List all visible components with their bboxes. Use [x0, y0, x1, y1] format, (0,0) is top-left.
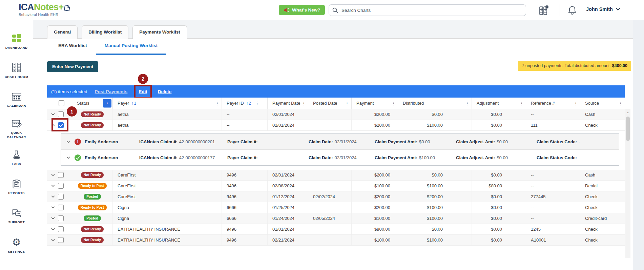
tab-payments-worklist[interactable]: Payments Worklist	[132, 25, 187, 39]
subtab-manual-posting-worklist[interactable]: Manual Posting Worklist	[96, 39, 167, 55]
row-checkbox[interactable]	[58, 183, 64, 189]
sidebar-item-settings[interactable]: ⚙ SETTINGS	[0, 231, 33, 260]
column-menu-icon[interactable]	[519, 101, 523, 106]
row-checkbox[interactable]	[58, 205, 64, 210]
delete-link[interactable]: Delete	[158, 89, 172, 94]
row-checkbox[interactable]	[58, 237, 64, 243]
tab-general[interactable]: General	[47, 25, 78, 39]
cell-distributed: $100.00	[398, 235, 472, 245]
sidebar-item-reports[interactable]: REPORTS	[0, 173, 33, 202]
header-payer-id[interactable]: Payer ID2	[222, 98, 268, 109]
scrollbar-thumb[interactable]	[626, 117, 630, 141]
whats-new-button[interactable]: What's New?	[279, 5, 325, 15]
tab-billing-worklist[interactable]: Billing Worklist	[82, 25, 128, 39]
scroll-up-arrow-icon[interactable]: ▲	[625, 109, 630, 114]
header-posted-date[interactable]: Posted Date	[308, 98, 352, 109]
table-row[interactable]: Not Ready EXTRA HEALTHY INSURANCE 9496 0…	[47, 235, 625, 246]
cell-reference: --	[526, 170, 580, 180]
subtab-era-worklist[interactable]: ERA Worklist	[49, 39, 96, 55]
claim-expand-chevron[interactable]	[66, 157, 70, 159]
edit-link[interactable]: Edit	[139, 89, 147, 94]
user-menu[interactable]: John Smith	[586, 6, 620, 12]
row-checkbox[interactable]	[58, 226, 64, 232]
notifications-bell-icon[interactable]	[568, 5, 577, 15]
select-all-checkbox[interactable]	[59, 100, 64, 106]
cell-distributed: $0.00	[398, 109, 472, 120]
column-menu-icon[interactable]	[215, 101, 219, 106]
status-badge: Posted	[84, 194, 101, 200]
header-payment-date[interactable]: Payment Date	[268, 98, 308, 109]
sidebar-item-quick-calendar[interactable]: QUICK CALENDAR	[0, 115, 33, 144]
table-row-selected[interactable]: Not Ready aetna -- 02/01/2024 $200.00 $1…	[47, 120, 625, 131]
table-scrollbar[interactable]: ▲	[625, 109, 630, 258]
cell-payment-date: 02/01/2024	[268, 120, 308, 130]
sidebar-item-dashboard[interactable]: DASHBOARD	[0, 27, 33, 56]
row-expand-chevron[interactable]	[51, 113, 55, 116]
header-reference[interactable]: Reference #	[526, 98, 580, 109]
sidebar-item-calendar[interactable]: CALENDAR	[0, 85, 33, 115]
chart-room-quick-icon[interactable]	[539, 5, 549, 16]
table-row[interactable]: Ready to Post CareFirst 9496 02/08/2024 …	[47, 181, 625, 191]
row-expand-chevron[interactable]	[51, 228, 55, 230]
annotation-box-checkbox	[51, 118, 68, 131]
claim-date-label: Claim Date:	[309, 139, 333, 144]
header-status[interactable]: Status	[72, 98, 113, 109]
claim-number-value: 42-000000000201	[179, 139, 215, 144]
column-menu-icon[interactable]	[255, 101, 259, 106]
column-menu-icon[interactable]	[345, 101, 349, 106]
cell-payer-id: --	[222, 109, 268, 120]
table-row[interactable]: Not Ready aetna -- 02/01/2024 $200.00 $0…	[47, 109, 625, 120]
table-row[interactable]: Not Ready CareFirst 9496 02/01/2024 $200…	[47, 170, 625, 181]
status-badge: Not Ready	[81, 111, 104, 117]
cell-source: Check	[580, 120, 625, 130]
row-expand-chevron[interactable]	[51, 206, 55, 209]
flask-icon	[12, 150, 21, 160]
row-expand-chevron[interactable]	[51, 174, 55, 176]
sidebar-item-support[interactable]: SUPPORT	[0, 202, 33, 231]
status-badge: Ready to Post	[78, 183, 107, 189]
header-payer[interactable]: Payer1	[113, 98, 222, 109]
header-payment[interactable]: Payment	[352, 98, 398, 109]
row-checkbox[interactable]	[58, 215, 64, 221]
claim-adjust-value: $0.00	[497, 155, 508, 160]
sidebar-item-chart-room[interactable]: CHART ROOM	[0, 56, 33, 85]
search-icon	[332, 7, 338, 13]
row-checkbox[interactable]	[58, 172, 64, 178]
cell-distributed: $100.00	[398, 120, 472, 130]
table-row[interactable]: Posted CareFirst 9496 01/12/2024 02/02/2…	[47, 191, 625, 202]
table-row[interactable]: Posted Cigna 6666 01/24/2024 02/05/2024 …	[47, 213, 625, 224]
row-expand-chevron[interactable]	[51, 195, 55, 198]
table-row[interactable]: Not Ready EXTRA HEALTHY INSURANCE 9496 0…	[47, 224, 625, 235]
cell-adjustment: $0.00	[472, 170, 526, 180]
header-adjustment[interactable]: Adjustment	[472, 98, 526, 109]
column-menu-icon[interactable]	[465, 101, 469, 106]
claim-expand-chevron[interactable]	[66, 141, 70, 143]
header-distributed[interactable]: Distributed	[398, 98, 472, 109]
row-expand-chevron[interactable]	[51, 185, 55, 187]
row-checkbox[interactable]	[58, 111, 64, 117]
column-menu-icon[interactable]	[391, 101, 395, 106]
sidebar-item-labs[interactable]: LABS	[0, 144, 33, 173]
row-expand-chevron[interactable]	[51, 239, 55, 241]
column-menu-icon[interactable]	[574, 101, 578, 106]
logo-text-notes: Notes	[34, 2, 59, 12]
claim-status-code-value: -	[579, 155, 580, 160]
cell-payer: CareFirst	[113, 170, 222, 180]
claim-status-code-value: -	[579, 139, 580, 144]
sort-asc-icon[interactable]: 1	[131, 101, 136, 106]
row-expand-chevron[interactable]	[51, 217, 55, 220]
table-row[interactable]: Ready to Post Cigna 6666 01/25/2024 $200…	[47, 202, 625, 213]
cell-distributed: $0.00	[398, 170, 472, 180]
cell-reference: --	[526, 202, 580, 213]
search-input[interactable]	[341, 7, 522, 13]
status-column-menu-button[interactable]	[103, 99, 111, 107]
header-source[interactable]: Source	[580, 98, 625, 109]
status-badge: Ready to Post	[78, 205, 107, 210]
post-payments-link[interactable]: Post Payments	[95, 89, 128, 94]
column-menu-icon[interactable]	[618, 101, 622, 106]
column-menu-icon[interactable]	[302, 101, 306, 106]
enter-new-payment-button[interactable]: Enter New Payment	[47, 61, 98, 72]
sort-asc-icon[interactable]: 2	[246, 101, 251, 106]
row-checkbox[interactable]	[58, 194, 64, 200]
sidebar-nav: DASHBOARD CHART ROOM CALENDAR QUICK CALE…	[0, 20, 33, 270]
